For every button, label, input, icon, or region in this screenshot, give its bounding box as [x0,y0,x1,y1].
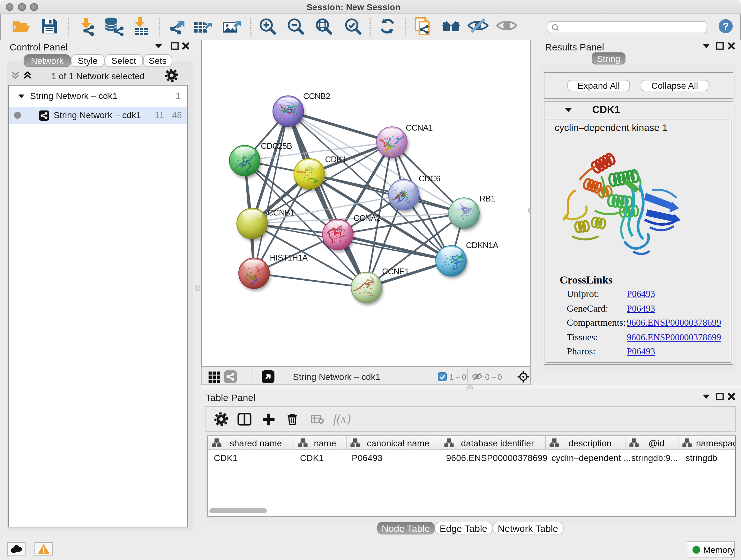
svg-text:CDC6: CDC6 [419,174,441,183]
svg-text:RB1: RB1 [480,194,495,203]
svg-text:CDC25B: CDC25B [261,141,292,151]
svg-text:CCNE1: CCNE1 [382,266,409,276]
svg-text:CCNA2: CCNA2 [354,213,381,223]
svg-text:CDK1: CDK1 [325,154,346,164]
svg-text:CCNB2: CCNB2 [303,91,330,101]
svg-text:CCNB1: CCNB1 [267,208,294,217]
svg-text:CDKN1A: CDKN1A [466,240,498,250]
svg-text:CCNA1: CCNA1 [406,123,433,132]
svg-text:?: ? [723,20,729,32]
svg-text:HIST1H1A: HIST1H1A [270,253,308,262]
